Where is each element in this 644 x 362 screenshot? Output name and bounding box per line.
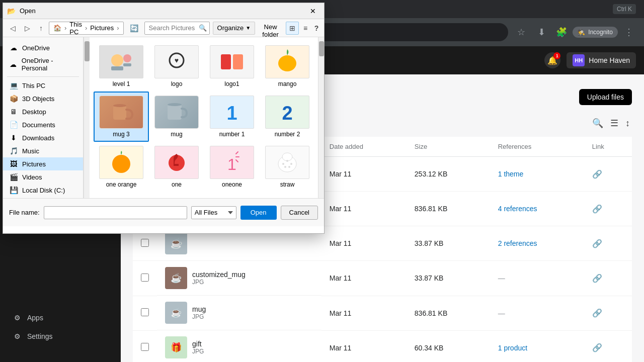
row-checkbox[interactable]	[141, 274, 149, 282]
file-item-level1[interactable]: level 1	[94, 41, 149, 92]
grid-view-button[interactable]: ⊞	[286, 22, 299, 35]
file-label-logo: logo	[171, 80, 183, 87]
sidebar-item-apps[interactable]: ⚙ Apps	[4, 309, 117, 327]
sidebar-music[interactable]: 🎵 Music	[3, 144, 83, 157]
file-area-scrollbar[interactable]	[318, 37, 324, 198]
dialog-footer: File name: All Files Open Cancel	[3, 198, 324, 226]
references-link[interactable]: 4 references	[498, 205, 537, 213]
dialog-open-button[interactable]: Open	[240, 206, 277, 220]
filename-label: File name:	[9, 209, 40, 216]
file-item-mug3[interactable]: mug 3	[94, 92, 149, 142]
file-thumbnail-one	[154, 146, 199, 179]
row-checkbox[interactable]	[141, 239, 149, 247]
store-selector-button[interactable]: HH Home Haven	[567, 52, 636, 68]
menu-button[interactable]: ⋮	[620, 23, 638, 41]
references-link[interactable]: 2 references	[498, 239, 537, 247]
file-item-mango[interactable]: mango	[260, 41, 315, 92]
svg-rect-3	[123, 63, 131, 66]
file-item-oneone[interactable]: 1 oneone	[204, 142, 260, 192]
copy-link-icon[interactable]: 🔗	[592, 239, 602, 248]
store-avatar: HH	[573, 54, 585, 66]
extensions-button[interactable]: 🧩	[552, 23, 571, 41]
copy-link-icon[interactable]: 🔗	[592, 343, 602, 352]
filename-input[interactable]	[44, 206, 187, 219]
sort-button[interactable]: ↕	[623, 116, 632, 131]
sidebar-onedrive-personal[interactable]: ☁ OneDrive - Personal	[3, 54, 83, 74]
bookmark-button[interactable]: ☆	[512, 23, 530, 41]
sidebar-bottom: ⚙ Apps ⚙ Settings	[0, 308, 121, 346]
upload-files-button[interactable]: Upload files	[579, 89, 632, 105]
svg-rect-1	[111, 66, 123, 70]
file-item-one[interactable]: one	[149, 142, 204, 192]
notification-badge: 1	[553, 52, 560, 59]
file-item-logo[interactable]: ♥ logo	[149, 41, 204, 92]
sidebar-pictures[interactable]: 🖼 Pictures	[3, 157, 83, 170]
copy-link-icon[interactable]: 🔗	[592, 309, 602, 317]
svg-point-8	[278, 55, 296, 71]
sidebar-videos[interactable]: 🎬 Videos	[3, 170, 83, 184]
table-row-customized-mug: ☕ customized_mug JPG Mar 11 33.87 KB — 🔗	[133, 261, 632, 296]
td-refs: —	[490, 261, 584, 296]
list-view-button[interactable]: ≡	[300, 22, 311, 35]
th-references: References	[490, 137, 584, 157]
sidebar-this-pc-label: This PC	[22, 82, 45, 89]
desktop-icon: 🖥	[9, 108, 18, 116]
dialog-up-button[interactable]: ↑	[36, 23, 46, 33]
sidebar-onedrive-personal-label: OneDrive - Personal	[22, 57, 77, 72]
copy-link-icon[interactable]: 🔗	[592, 170, 602, 178]
organize-dropdown-icon: ▼	[246, 25, 251, 31]
file-label-number1: number 1	[219, 131, 245, 138]
sidebar-scrollbar[interactable]	[84, 37, 90, 198]
file-thumbnail: 🎁	[165, 336, 187, 358]
file-item-number2[interactable]: 2 number 2	[260, 92, 315, 142]
dialog-refresh-button[interactable]: 🔄	[127, 23, 141, 33]
sidebar-3d-objects-label: 3D Objects	[22, 95, 54, 103]
sidebar-local-disk[interactable]: 💾 Local Disk (C:)	[3, 184, 83, 197]
sidebar-3d-objects[interactable]: 📦 3D Objects	[3, 92, 83, 105]
dialog-cancel-button[interactable]: Cancel	[281, 206, 318, 220]
filter-button[interactable]: ☰	[608, 116, 620, 131]
sidebar-item-settings[interactable]: ⚙ Settings	[4, 327, 117, 345]
file-name: mug	[192, 305, 206, 313]
organize-button[interactable]: Organize ▼	[213, 22, 256, 35]
sidebar-onedrive[interactable]: ☁ OneDrive	[3, 41, 83, 54]
download-button[interactable]: ⬇	[532, 23, 550, 41]
new-folder-button[interactable]: New folder	[256, 22, 285, 35]
file-item-number1[interactable]: 1 number 1	[204, 92, 260, 142]
settings-label: Settings	[27, 332, 53, 340]
file-thumbnail: ☕	[165, 267, 187, 289]
search-button[interactable]: 🔍	[590, 116, 605, 131]
file-item-mug[interactable]: mug	[149, 92, 204, 142]
svg-point-23	[284, 166, 286, 168]
td-size: 836.81 KB	[407, 192, 490, 226]
sidebar-downloads[interactable]: ⬇ Downloads	[3, 131, 83, 144]
td-checkbox	[133, 296, 157, 330]
music-icon: 🎵	[9, 147, 18, 155]
file-item-logo1[interactable]: logo1	[204, 41, 260, 92]
dialog-close-button[interactable]: ✕	[306, 6, 320, 16]
dialog-search-input[interactable]	[144, 22, 210, 35]
help-button[interactable]: ?	[312, 22, 321, 35]
sidebar-this-pc[interactable]: 💻 This PC	[3, 79, 83, 92]
pictures-icon: 🖼	[9, 160, 18, 168]
references-link[interactable]: 1 product	[498, 344, 527, 352]
references-link[interactable]: 1 theme	[498, 170, 524, 178]
filetype-select[interactable]: All Files	[191, 206, 236, 219]
copy-link-icon[interactable]: 🔗	[592, 205, 602, 213]
filter-bar-right: 🔍 ☰ ↕	[590, 116, 632, 131]
notification-button[interactable]: 🔔 1	[544, 52, 560, 68]
row-checkbox[interactable]	[141, 308, 149, 316]
file-item-one-orange[interactable]: one orange	[94, 142, 149, 192]
dialog-forward-button[interactable]: ▷	[22, 23, 33, 33]
table-row-gift: 🎁 gift JPG Mar 11 60.34 KB 1 product 🔗	[133, 330, 632, 362]
dialog-path-bar[interactable]: 🏠 › This PC › Pictures ›	[49, 22, 124, 35]
svg-text:1: 1	[227, 155, 236, 173]
sidebar-documents[interactable]: 📄 Documents	[3, 118, 83, 131]
mug-svg	[162, 100, 192, 125]
row-checkbox[interactable]	[141, 343, 149, 351]
file-thumbnail-number1: 1	[210, 96, 254, 129]
dialog-back-button[interactable]: ◁	[7, 23, 19, 33]
sidebar-desktop[interactable]: 🖥 Desktop	[3, 105, 83, 118]
copy-link-icon[interactable]: 🔗	[592, 274, 602, 283]
file-item-straw[interactable]: straw	[260, 142, 315, 192]
